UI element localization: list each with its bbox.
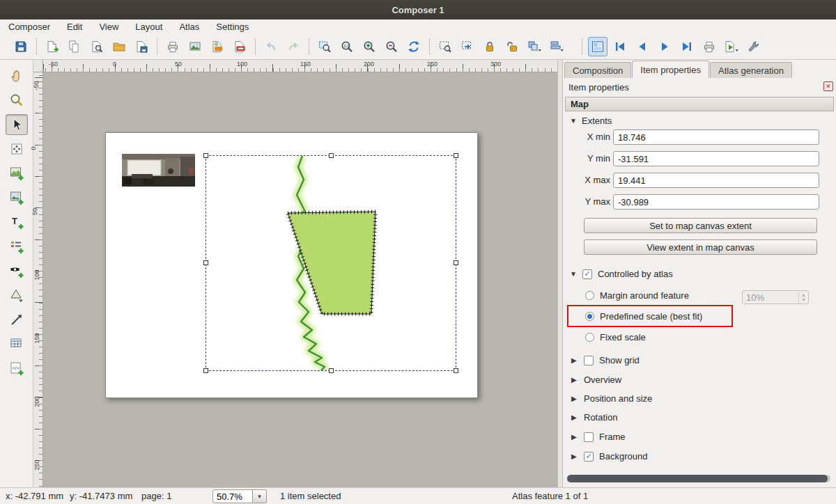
add-image-tool-button[interactable] bbox=[6, 187, 28, 208]
lock-selected-items-button[interactable] bbox=[480, 37, 500, 56]
export-as-svg-button[interactable] bbox=[208, 37, 227, 56]
zoom-tool-button[interactable] bbox=[6, 90, 28, 111]
duplicate-composition-button[interactable] bbox=[65, 37, 84, 56]
align-items-button[interactable] bbox=[547, 37, 566, 56]
add-basic-shape-tool-button[interactable] bbox=[6, 285, 28, 306]
menu-edit[interactable]: Edit bbox=[67, 22, 82, 32]
rotation-group-header[interactable]: ▶ Rotation bbox=[571, 412, 617, 423]
pan-tool-button[interactable] bbox=[6, 65, 28, 86]
redo-button[interactable] bbox=[284, 37, 303, 56]
export-as-image-button[interactable] bbox=[185, 37, 205, 56]
fixed-scale-option[interactable]: Fixed scale bbox=[585, 332, 646, 342]
resize-handle-s[interactable] bbox=[329, 368, 334, 373]
add-arrow-tool-button[interactable] bbox=[6, 309, 28, 330]
menu-atlas[interactable]: Atlas bbox=[179, 22, 199, 32]
panel-splitter[interactable] bbox=[557, 60, 563, 487]
background-group-header[interactable]: ▶ ✓ Background bbox=[571, 451, 647, 462]
tab-composition[interactable]: Composition bbox=[564, 62, 631, 78]
group-items-button[interactable] bbox=[525, 37, 544, 56]
unlock-all-items-button[interactable] bbox=[502, 37, 522, 56]
select-move-item-tool-button[interactable] bbox=[6, 114, 28, 135]
close-panel-button[interactable]: ✕ bbox=[823, 81, 833, 91]
window-titlebar[interactable]: Composer 1 bbox=[0, 0, 836, 19]
zoom-in-button[interactable] bbox=[359, 37, 379, 56]
add-new-label-tool-button[interactable]: T bbox=[6, 212, 28, 233]
menu-settings[interactable]: Settings bbox=[216, 22, 249, 32]
fixed-scale-radio[interactable] bbox=[585, 333, 594, 342]
composition-viewport[interactable] bbox=[43, 72, 557, 487]
zoom-level-input[interactable] bbox=[212, 489, 253, 503]
add-html-frame-tool-button[interactable]: </> bbox=[6, 358, 28, 379]
map-item[interactable] bbox=[206, 155, 456, 371]
resize-handle-n[interactable] bbox=[329, 153, 334, 158]
zoom-dropdown-button[interactable]: ▼ bbox=[253, 489, 267, 503]
picture-item[interactable] bbox=[122, 154, 195, 187]
margin-around-feature-radio[interactable] bbox=[585, 291, 594, 300]
scrollbar-thumb[interactable] bbox=[567, 475, 828, 482]
save-as-template-button[interactable] bbox=[132, 37, 151, 56]
add-attribute-table-tool-button[interactable] bbox=[6, 333, 28, 354]
export-atlas-button[interactable] bbox=[722, 37, 741, 56]
resize-handle-sw[interactable] bbox=[203, 368, 208, 373]
spinner-arrows[interactable]: ▲▼ bbox=[798, 291, 808, 304]
add-new-map-tool-button[interactable] bbox=[6, 163, 28, 184]
resize-handle-nw[interactable] bbox=[203, 153, 208, 158]
predefined-scale-option[interactable]: Predefined scale (best fit) bbox=[585, 311, 702, 322]
composer-manager-button[interactable] bbox=[87, 37, 107, 56]
atlas-settings-button[interactable] bbox=[744, 37, 764, 56]
move-item-content-tool-button[interactable] bbox=[6, 139, 28, 159]
load-from-template-button[interactable] bbox=[109, 37, 129, 56]
margin-value-input[interactable] bbox=[743, 291, 798, 304]
position-and-size-group-header[interactable]: ▶ Position and size bbox=[571, 393, 652, 404]
margin-around-feature-option[interactable]: Margin around feature bbox=[585, 290, 689, 301]
pan-to-selection-button[interactable] bbox=[458, 37, 477, 56]
controlled-by-atlas-checkbox[interactable]: ✓ bbox=[582, 269, 592, 279]
undo-button[interactable] bbox=[261, 37, 281, 56]
resize-handle-ne[interactable] bbox=[454, 153, 458, 158]
tab-atlas-generation[interactable]: Atlas generation bbox=[710, 62, 792, 78]
frame-checkbox[interactable] bbox=[584, 432, 594, 442]
show-grid-checkbox[interactable] bbox=[584, 356, 594, 365]
first-feature-button[interactable] bbox=[610, 37, 630, 56]
margin-spinbox[interactable]: ▲▼ bbox=[742, 290, 809, 304]
tab-item-properties[interactable]: Item properties bbox=[632, 61, 709, 78]
menu-composer[interactable]: Composer bbox=[8, 22, 50, 32]
resize-handle-w[interactable] bbox=[203, 260, 208, 265]
last-feature-button[interactable] bbox=[677, 37, 697, 56]
add-new-legend-tool-button[interactable] bbox=[6, 236, 28, 257]
zoom-full-button[interactable] bbox=[315, 37, 334, 56]
background-checkbox[interactable]: ✓ bbox=[584, 452, 594, 462]
ymax-input[interactable] bbox=[613, 194, 819, 210]
save-project-button[interactable] bbox=[11, 37, 31, 56]
resize-handle-e[interactable] bbox=[454, 260, 458, 265]
export-as-pdf-button[interactable] bbox=[230, 37, 249, 56]
set-to-map-canvas-extent-button[interactable]: Set to map canvas extent bbox=[584, 218, 817, 233]
refresh-view-button[interactable] bbox=[404, 37, 424, 56]
zoom-to-selection-button[interactable] bbox=[435, 37, 455, 56]
controlled-by-atlas-header[interactable]: ▼ ✓ Controlled by atlas bbox=[570, 269, 673, 279]
predefined-scale-radio[interactable] bbox=[585, 312, 594, 321]
resize-handle-se[interactable] bbox=[454, 368, 458, 373]
overview-group-header[interactable]: ▶ Overview bbox=[571, 375, 621, 385]
new-composition-button[interactable] bbox=[42, 37, 62, 56]
xmax-input[interactable] bbox=[613, 173, 819, 188]
show-grid-group-header[interactable]: ▶ Show grid bbox=[571, 355, 640, 365]
frame-group-header[interactable]: ▶ Frame bbox=[571, 432, 626, 442]
panel-horizontal-scrollbar[interactable] bbox=[567, 475, 830, 482]
add-new-scalebar-tool-button[interactable] bbox=[6, 260, 28, 281]
xmin-input[interactable] bbox=[613, 129, 819, 145]
extents-group-header[interactable]: ▼ Extents bbox=[570, 116, 612, 126]
previous-feature-button[interactable] bbox=[633, 37, 652, 56]
zoom-combo[interactable]: ▼ bbox=[212, 489, 268, 503]
preview-atlas-button[interactable] bbox=[588, 37, 607, 56]
menu-view[interactable]: View bbox=[99, 22, 118, 32]
print-button[interactable] bbox=[163, 37, 183, 56]
zoom-out-button[interactable] bbox=[382, 37, 401, 56]
ymin-input[interactable] bbox=[613, 151, 819, 166]
view-extent-in-map-canvas-button[interactable]: View extent in map canvas bbox=[584, 239, 817, 255]
print-atlas-button[interactable] bbox=[699, 37, 719, 56]
zoom-100-button[interactable]: 1:1 bbox=[337, 37, 357, 56]
composition-page[interactable] bbox=[105, 132, 478, 398]
menu-layout[interactable]: Layout bbox=[135, 22, 162, 32]
next-feature-button[interactable] bbox=[655, 37, 674, 56]
